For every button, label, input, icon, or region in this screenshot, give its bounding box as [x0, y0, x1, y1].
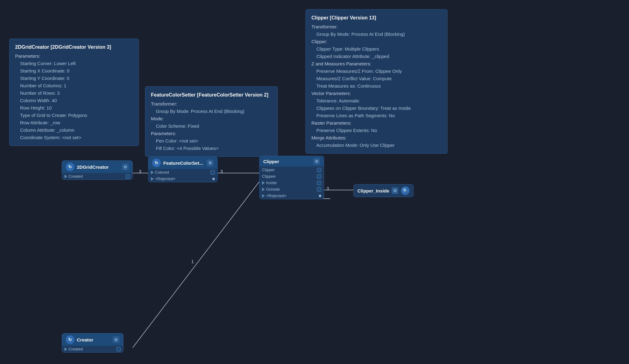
fcs-node[interactable]: ↻ FeatureColorSet... ⚙ Colored <Rejected…: [148, 156, 218, 182]
clipper-rejected-triangle: [262, 194, 265, 198]
clipper-clippee-port[interactable]: Clippee: [260, 173, 324, 180]
inside-port-triangle: [262, 181, 265, 185]
grid-creator-title: 2DGridCreator [2DGridCreator Version 3]: [15, 43, 133, 51]
clipper-inside-gear[interactable]: ⚙: [392, 187, 398, 194]
creator-gear[interactable]: ⚙: [113, 336, 119, 343]
fcs-label: FeatureColorSet...: [163, 160, 203, 166]
clipper-info-box: Clipper [Clipper Version 13] Transformer…: [306, 9, 448, 154]
fcs-title: FeatureColorSetter [FeatureColorSetter V…: [151, 91, 272, 99]
fcs-icon: ↻: [152, 159, 161, 167]
inside-port-out: [317, 181, 321, 185]
grid-creator-info-box: 2DGridCreator [2DGridCreator Version 3] …: [9, 39, 139, 146]
fcs-header: ↻ FeatureColorSet... ⚙: [148, 157, 217, 169]
grid-creator-header: ↻ 2DGridCreator ⚙: [62, 161, 132, 173]
clipper-title: Clipper [Clipper Version 13]: [311, 14, 442, 22]
clipper-inside-search-icon[interactable]: 🔍: [401, 186, 410, 195]
creator-created-triangle: [65, 347, 67, 351]
grid-creator-node[interactable]: ↻ 2DGridCreator ⚙ Created: [62, 160, 133, 180]
fcs-rejected-port[interactable]: <Rejected>: [148, 176, 217, 182]
creator-node[interactable]: ↻ Creator ⚙ Created: [62, 333, 123, 353]
clipper-clipper-out: [317, 168, 321, 172]
grid-creator-created-port[interactable]: Created: [62, 173, 132, 180]
creator-created-out: [116, 347, 121, 351]
clipper-clippee-out: [317, 174, 321, 179]
clipper-inside-port[interactable]: Inside: [260, 180, 324, 186]
clipper-rejected-port[interactable]: <Rejected>: [260, 192, 324, 199]
clipper-clippee-label: Clippee: [262, 174, 316, 179]
grid-to-fcs-count: 3: [139, 169, 141, 174]
clipper-node-label: Clipper: [263, 159, 311, 164]
clipper-rejected-dot: [319, 195, 321, 197]
clipper-node[interactable]: Clipper ⚙ Clipper Clippee Inside Outside…: [259, 156, 324, 199]
grid-creator-label: 2DGridCreator: [77, 164, 109, 170]
colored-port-triangle: [151, 171, 154, 174]
svg-line-4: [133, 182, 259, 348]
clipper-header: Clipper ⚙: [260, 156, 324, 167]
grid-creator-params-label: Parameters:: [15, 52, 133, 60]
clipper-inside-label: Clipper_Inside: [357, 188, 389, 193]
fcs-gear[interactable]: ⚙: [207, 159, 214, 166]
created-port-triangle: [65, 175, 67, 178]
creator-created-port[interactable]: Created: [62, 346, 123, 352]
clipper-clipper-port[interactable]: Clipper: [260, 167, 324, 173]
outside-port-triangle: [262, 188, 265, 191]
clipper-inside-node[interactable]: Clipper_Inside ⚙ 🔍: [353, 184, 414, 197]
colored-port-out: [210, 170, 215, 175]
inside-to-clipperinside-count: 3: [327, 186, 329, 191]
creator-created-label: Created: [69, 347, 115, 351]
fcs-to-clipper-count: 3: [220, 169, 223, 174]
outside-port-label: Outside: [266, 187, 316, 192]
creator-label: Creator: [77, 337, 93, 342]
created-port-out: [126, 174, 130, 179]
rejected-port-triangle: [151, 177, 154, 181]
feature-color-setter-info-box: FeatureColorSetter [FeatureColorSetter V…: [145, 86, 278, 157]
outside-port-out: [317, 187, 321, 192]
canvas: 2DGridCreator [2DGridCreator Version 3] …: [0, 0, 629, 364]
rejected-port-dot: [212, 178, 215, 180]
clipper-outside-port[interactable]: Outside: [260, 186, 324, 192]
clipper-gear[interactable]: ⚙: [313, 158, 320, 165]
clipper-clipper-label: Clipper: [262, 168, 316, 172]
grid-creator-gear[interactable]: ⚙: [122, 163, 129, 170]
inside-port-label: Inside: [266, 180, 316, 185]
creator-to-clippee-count: 1: [191, 259, 194, 264]
colored-port-label: Colored: [155, 170, 209, 175]
creator-header: ↻ Creator ⚙: [62, 333, 123, 346]
clipper-rejected-label: <Rejected>: [266, 193, 318, 198]
fcs-colored-port[interactable]: Colored: [148, 169, 217, 176]
creator-icon: ↻: [66, 335, 74, 344]
rejected-port-label: <Rejected>: [155, 176, 211, 181]
grid-creator-icon: ↻: [66, 163, 74, 171]
created-port-label: Created: [69, 174, 124, 179]
